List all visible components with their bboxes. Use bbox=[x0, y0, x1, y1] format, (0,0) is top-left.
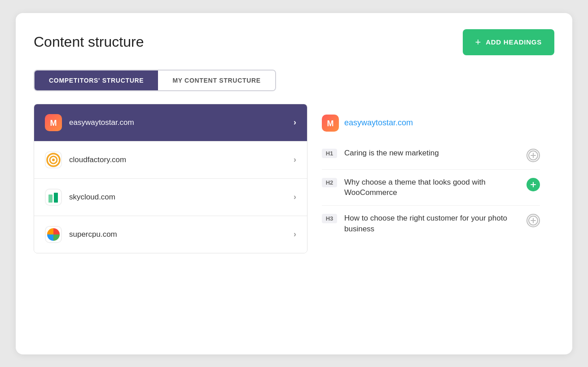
chevron-icon-cloudfactory: › bbox=[294, 155, 296, 164]
tab-competitors-structure[interactable]: COMPETITORS' STRUCTURE bbox=[35, 71, 158, 90]
competitor-name-cloudfactory: cloudfactory.com bbox=[69, 155, 286, 164]
competitors-list: M easywaytostar.com › cloudfactory.com › bbox=[34, 104, 307, 253]
heading-row-h3: H3 How to choose the right customer for … bbox=[322, 206, 540, 242]
right-domain-header: M easywaytostar.com bbox=[322, 115, 540, 132]
heading-tag-h1: H1 bbox=[322, 149, 337, 158]
heading-tag-h3: H3 bbox=[322, 214, 337, 223]
competitor-item-easyway[interactable]: M easywaytostar.com › bbox=[34, 104, 307, 141]
heading-tag-h2: H2 bbox=[322, 178, 337, 187]
logo-supercpu bbox=[45, 226, 62, 243]
competitor-name-skycloud: skycloud.com bbox=[69, 193, 286, 202]
add-headings-button[interactable]: + ADD HEADINGS bbox=[463, 29, 554, 55]
svg-rect-5 bbox=[48, 195, 53, 203]
right-domain-name[interactable]: easywaytostar.com bbox=[344, 118, 413, 128]
add-heading-button-h2[interactable] bbox=[527, 178, 540, 191]
svg-text:M: M bbox=[327, 119, 334, 128]
main-content: M easywaytostar.com › cloudfactory.com › bbox=[34, 104, 554, 253]
add-heading-button-h1[interactable] bbox=[527, 149, 540, 162]
heading-text-h2: Why choose a theme that looks good with … bbox=[344, 177, 519, 199]
plus-icon: + bbox=[475, 36, 482, 48]
add-headings-label: ADD HEADINGS bbox=[486, 38, 542, 46]
competitor-item-supercpu[interactable]: supercpu.com › bbox=[34, 216, 307, 253]
right-domain-logo: M bbox=[322, 115, 339, 132]
heading-text-h3: How to choose the right customer for you… bbox=[344, 213, 519, 234]
add-heading-button-h3[interactable] bbox=[527, 214, 540, 227]
right-panel: M easywaytostar.com H1 Caring is the new… bbox=[307, 104, 554, 253]
chevron-icon-supercpu: › bbox=[294, 230, 296, 239]
competitor-name-easyway: easywaytostar.com bbox=[69, 118, 286, 127]
heading-row-h2: H2 Why choose a theme that looks good wi… bbox=[322, 170, 540, 206]
heading-row-h1: H1 Caring is the new marketing bbox=[322, 141, 540, 170]
heading-text-h1: Caring is the new marketing bbox=[344, 148, 519, 159]
chevron-icon-easyway: › bbox=[294, 118, 296, 127]
content-structure-card: Content structure + ADD HEADINGS COMPETI… bbox=[16, 13, 572, 354]
page-header: Content structure + ADD HEADINGS bbox=[34, 29, 554, 55]
svg-point-4 bbox=[52, 159, 55, 161]
svg-text:M: M bbox=[50, 119, 57, 128]
competitor-name-supercpu: supercpu.com bbox=[69, 230, 286, 239]
chevron-icon-skycloud: › bbox=[294, 192, 296, 202]
logo-skycloud bbox=[45, 189, 62, 206]
competitor-item-skycloud[interactable]: skycloud.com › bbox=[34, 179, 307, 216]
competitor-item-cloudfactory[interactable]: cloudfactory.com › bbox=[34, 141, 307, 179]
logo-cloudfactory bbox=[45, 151, 62, 168]
tab-group: COMPETITORS' STRUCTURE MY CONTENT STRUCT… bbox=[34, 70, 276, 91]
tab-my-content-structure[interactable]: MY CONTENT STRUCTURE bbox=[158, 71, 275, 90]
page-title: Content structure bbox=[34, 34, 144, 50]
svg-rect-6 bbox=[54, 193, 58, 203]
logo-easyway: M bbox=[45, 114, 62, 131]
